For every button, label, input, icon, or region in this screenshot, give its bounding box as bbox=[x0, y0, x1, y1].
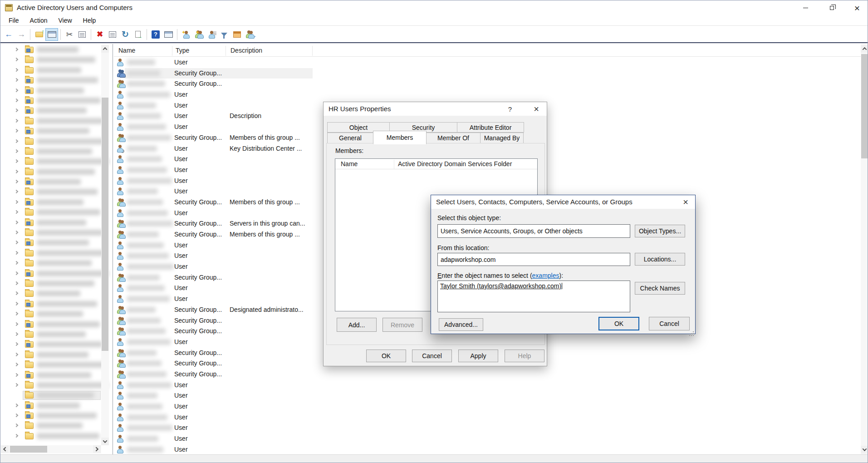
expand-chevron-icon[interactable] bbox=[15, 312, 18, 315]
close-icon[interactable]: × bbox=[678, 195, 693, 209]
delete-icon[interactable]: ✖ bbox=[93, 28, 106, 41]
add-button[interactable]: Add... bbox=[337, 318, 377, 332]
menu-file[interactable]: File bbox=[3, 16, 25, 25]
expand-chevron-icon[interactable] bbox=[15, 403, 18, 407]
tab-members[interactable]: Members bbox=[373, 131, 427, 144]
tree-item[interactable] bbox=[1, 258, 101, 268]
tree-item[interactable] bbox=[1, 187, 101, 197]
expand-chevron-icon[interactable] bbox=[15, 129, 18, 133]
tree-item[interactable] bbox=[1, 238, 101, 248]
tree-item[interactable] bbox=[1, 350, 101, 360]
apply-button[interactable]: Apply bbox=[458, 350, 498, 362]
tree-item[interactable] bbox=[1, 218, 101, 228]
expand-chevron-icon[interactable] bbox=[15, 88, 18, 92]
export-list-icon[interactable] bbox=[132, 28, 144, 41]
object-names-input[interactable]: Taylor Smith (taylors@adapworkshop.com) bbox=[437, 281, 630, 312]
resize-grip[interactable] bbox=[693, 331, 694, 332]
expand-chevron-icon[interactable] bbox=[15, 322, 18, 325]
restore-button[interactable] bbox=[819, 0, 844, 15]
expand-chevron-icon[interactable] bbox=[15, 149, 18, 153]
scroll-right-button[interactable] bbox=[93, 445, 101, 453]
tree-item[interactable] bbox=[1, 86, 101, 96]
show-hide-console-tree-icon[interactable] bbox=[45, 28, 58, 41]
table-row[interactable]: User bbox=[114, 444, 861, 455]
tab-member-of[interactable]: Member Of bbox=[426, 133, 481, 143]
tab-managed-by[interactable]: Managed By bbox=[480, 133, 524, 143]
tree-item[interactable] bbox=[1, 116, 101, 126]
remove-button[interactable]: Remove bbox=[383, 318, 422, 332]
cancel-button[interactable]: Cancel bbox=[649, 317, 690, 330]
scroll-up-button[interactable] bbox=[861, 45, 868, 53]
open-properties-icon[interactable] bbox=[230, 28, 243, 41]
close-icon[interactable]: × bbox=[529, 102, 544, 116]
column-header-description[interactable]: Description bbox=[230, 47, 262, 54]
expand-chevron-icon[interactable] bbox=[15, 108, 18, 112]
scroll-up-button[interactable] bbox=[101, 45, 109, 53]
scroll-down-button[interactable] bbox=[861, 446, 868, 453]
expand-chevron-icon[interactable] bbox=[15, 291, 18, 295]
table-row[interactable]: User bbox=[114, 380, 861, 391]
help-icon[interactable]: ? bbox=[149, 28, 162, 41]
help-icon[interactable]: ? bbox=[504, 102, 516, 116]
expand-chevron-icon[interactable] bbox=[15, 200, 18, 204]
expand-chevron-icon[interactable] bbox=[15, 261, 18, 265]
column-divider[interactable] bbox=[394, 160, 394, 169]
table-row[interactable]: Security Group... bbox=[114, 68, 861, 79]
forward-icon[interactable]: → bbox=[15, 28, 28, 41]
refresh-icon[interactable]: ↻ bbox=[119, 28, 132, 41]
examples-link[interactable]: examples bbox=[532, 272, 559, 279]
check-names-button[interactable]: Check Names bbox=[635, 282, 685, 295]
expand-chevron-icon[interactable] bbox=[15, 352, 18, 356]
tree-item[interactable] bbox=[1, 269, 101, 279]
scroll-thumb[interactable] bbox=[10, 446, 47, 453]
new-window-icon[interactable] bbox=[162, 28, 175, 41]
tree-item[interactable] bbox=[1, 55, 101, 65]
expand-chevron-icon[interactable] bbox=[15, 251, 18, 255]
minimize-button[interactable] bbox=[793, 0, 818, 15]
table-row[interactable]: User bbox=[114, 423, 861, 433]
tree-item[interactable] bbox=[1, 279, 101, 289]
members-column-folder[interactable]: Active Directory Domain Services Folder bbox=[398, 160, 512, 167]
table-row[interactable]: User bbox=[114, 89, 861, 100]
scroll-thumb[interactable] bbox=[102, 98, 108, 351]
ok-button[interactable]: OK bbox=[366, 350, 406, 362]
table-row[interactable]: Security Group... bbox=[114, 369, 861, 380]
expand-chevron-icon[interactable] bbox=[15, 210, 18, 214]
tree-item[interactable] bbox=[1, 380, 101, 390]
expand-chevron-icon[interactable] bbox=[15, 220, 18, 224]
expand-chevron-icon[interactable] bbox=[15, 332, 18, 336]
tree-horizontal-scrollbar[interactable] bbox=[1, 445, 101, 453]
tree-item[interactable] bbox=[1, 289, 101, 299]
properties-list-icon[interactable] bbox=[106, 28, 119, 41]
menu-help[interactable]: Help bbox=[78, 16, 102, 25]
tree-item[interactable] bbox=[1, 96, 101, 106]
filter-icon[interactable] bbox=[218, 28, 230, 41]
pane-vertical-scrollbar[interactable] bbox=[861, 44, 868, 454]
expand-chevron-icon[interactable] bbox=[15, 58, 18, 61]
tree-item[interactable] bbox=[1, 137, 101, 147]
new-user-icon[interactable]: ✦ bbox=[180, 28, 192, 41]
expand-chevron-icon[interactable] bbox=[15, 48, 18, 51]
tree-item[interactable] bbox=[1, 106, 101, 116]
expand-chevron-icon[interactable] bbox=[15, 342, 18, 346]
tree-vertical-scrollbar[interactable] bbox=[101, 45, 109, 445]
tree-item[interactable] bbox=[1, 360, 101, 370]
column-header-type[interactable]: Type bbox=[176, 47, 189, 54]
expand-chevron-icon[interactable] bbox=[15, 241, 18, 244]
expand-chevron-icon[interactable] bbox=[15, 363, 18, 366]
expand-chevron-icon[interactable] bbox=[15, 99, 18, 102]
paste-icon[interactable] bbox=[76, 28, 88, 41]
tree-item[interactable] bbox=[1, 65, 101, 75]
tree-item[interactable] bbox=[1, 147, 101, 157]
table-row[interactable]: User bbox=[114, 401, 861, 412]
expand-chevron-icon[interactable] bbox=[15, 414, 18, 417]
tree-item[interactable] bbox=[1, 167, 101, 177]
expand-chevron-icon[interactable] bbox=[15, 231, 18, 234]
expand-chevron-icon[interactable] bbox=[15, 434, 18, 438]
tree-item[interactable] bbox=[1, 411, 101, 421]
cancel-button[interactable]: Cancel bbox=[412, 350, 452, 362]
table-row[interactable]: Security Group... bbox=[114, 79, 861, 89]
column-header-name[interactable]: Name bbox=[118, 47, 135, 54]
table-row[interactable]: User bbox=[114, 433, 861, 444]
expand-chevron-icon[interactable] bbox=[15, 118, 18, 122]
